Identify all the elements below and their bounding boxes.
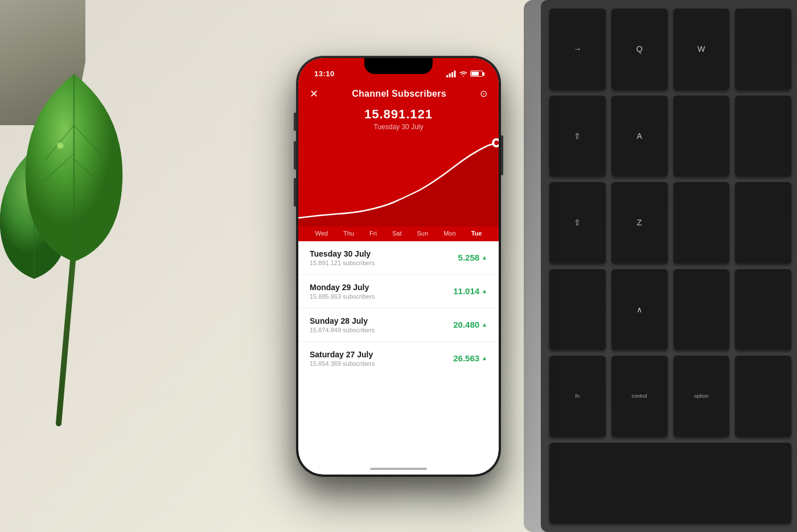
status-icons bbox=[446, 71, 483, 77]
item-subtitle: 15.874.849 subscribers bbox=[310, 327, 375, 333]
trend-icon: ▲ bbox=[482, 254, 487, 261]
svg-rect-6 bbox=[446, 75, 448, 77]
home-indicator bbox=[370, 468, 427, 470]
day-tue: Tue bbox=[471, 230, 482, 237]
item-title: Monday 29 July bbox=[310, 283, 375, 292]
camera-button[interactable]: ⊙ bbox=[480, 88, 487, 99]
item-value: 11.014 bbox=[453, 286, 479, 296]
item-right: 11.014 ▲ bbox=[453, 286, 487, 296]
day-mon: Mon bbox=[443, 230, 455, 237]
item-subtitle: 15.885.863 subscribers bbox=[310, 293, 375, 300]
subscriber-count: 15.891.121 bbox=[310, 107, 487, 122]
item-left: Sunday 28 July 15.874.849 subscribers bbox=[310, 316, 375, 333]
keyboard-key-option: option bbox=[673, 356, 730, 437]
trend-icon: ▲ bbox=[482, 355, 487, 361]
subscriber-date: Tuesday 30 July bbox=[310, 123, 487, 131]
item-left: Tuesday 30 July 15.891.121 subscribers bbox=[310, 249, 375, 266]
day-sun: Sun bbox=[417, 230, 429, 237]
item-title: Saturday 27 July bbox=[310, 350, 375, 359]
chart-area bbox=[298, 135, 499, 226]
list-item[interactable]: Monday 29 July 15.885.863 subscribers 11… bbox=[298, 275, 499, 308]
app-header: ✕ Channel Subscribers ⊙ 15.891.121 Tuesd… bbox=[298, 83, 499, 135]
keyboard-key-chevron-up: ∧ bbox=[611, 269, 668, 350]
trend-icon: ▲ bbox=[482, 288, 487, 294]
item-value: 26.563 bbox=[453, 353, 479, 363]
item-value: 5.258 bbox=[458, 253, 480, 262]
svg-rect-8 bbox=[451, 72, 453, 77]
laptop-keyboard: → Q W ⇧ A ⇧ Z ∧ fn control option bbox=[524, 0, 797, 532]
wifi-icon bbox=[459, 71, 467, 77]
day-fri: Fri bbox=[369, 230, 377, 237]
item-value: 20.480 bbox=[453, 320, 479, 329]
phone-screen: 13:10 bbox=[298, 58, 499, 475]
day-wed: Wed bbox=[315, 230, 328, 237]
keyboard-key-w: W bbox=[673, 9, 730, 90]
close-button[interactable]: ✕ bbox=[310, 88, 318, 100]
keyboard-key-a: A bbox=[611, 96, 668, 177]
phone-case: 13:10 bbox=[296, 56, 501, 477]
day-thu: Thu bbox=[343, 230, 354, 237]
nav-row: ✕ Channel Subscribers ⊙ bbox=[310, 88, 487, 100]
keyboard-key-fn: fn bbox=[549, 356, 606, 437]
trend-icon: ▲ bbox=[482, 321, 487, 328]
list-area: Tuesday 30 July 15.891.121 subscribers 5… bbox=[298, 241, 499, 475]
status-bar: 13:10 bbox=[298, 58, 499, 83]
item-subtitle: 15.891.121 subscribers bbox=[310, 259, 375, 266]
notch bbox=[364, 58, 433, 74]
keyboard-key-shift-2: ⇧ bbox=[549, 182, 606, 263]
item-title: Sunday 28 July bbox=[310, 316, 375, 325]
signal-icon bbox=[446, 71, 457, 77]
item-right: 26.563 ▲ bbox=[453, 353, 487, 363]
svg-rect-9 bbox=[454, 71, 456, 77]
plant-decoration bbox=[0, 0, 165, 341]
keyboard-key-q: Q bbox=[611, 9, 668, 90]
item-right: 5.258 ▲ bbox=[458, 253, 487, 262]
svg-point-11 bbox=[494, 141, 499, 145]
keyboard-key-arrow: → bbox=[549, 9, 606, 90]
chart-svg bbox=[298, 135, 499, 226]
item-title: Tuesday 30 July bbox=[310, 249, 375, 258]
keyboard-key-shift-1: ⇧ bbox=[549, 96, 606, 177]
phone: 13:10 bbox=[296, 56, 501, 477]
day-sat: Sat bbox=[392, 230, 402, 237]
list-item[interactable]: Sunday 28 July 15.874.849 subscribers 20… bbox=[298, 308, 499, 342]
item-left: Monday 29 July 15.885.863 subscribers bbox=[310, 283, 375, 300]
day-labels: Wed Thu Fri Sat Sun Mon Tue bbox=[298, 226, 499, 241]
item-subtitle: 15.854.369 subscribers bbox=[310, 360, 375, 367]
list-item[interactable]: Tuesday 30 July 15.891.121 subscribers 5… bbox=[298, 241, 499, 275]
battery-icon bbox=[470, 71, 483, 77]
svg-rect-7 bbox=[449, 73, 451, 77]
status-time: 13:10 bbox=[314, 69, 335, 78]
screen-title: Channel Subscribers bbox=[352, 89, 446, 99]
list-item[interactable]: Saturday 27 July 15.854.369 subscribers … bbox=[298, 342, 499, 375]
item-right: 20.480 ▲ bbox=[453, 320, 487, 329]
keyboard-key-z: Z bbox=[611, 182, 668, 263]
keyboard-key-control: control bbox=[611, 356, 668, 437]
item-left: Saturday 27 July 15.854.369 subscribers bbox=[310, 350, 375, 367]
